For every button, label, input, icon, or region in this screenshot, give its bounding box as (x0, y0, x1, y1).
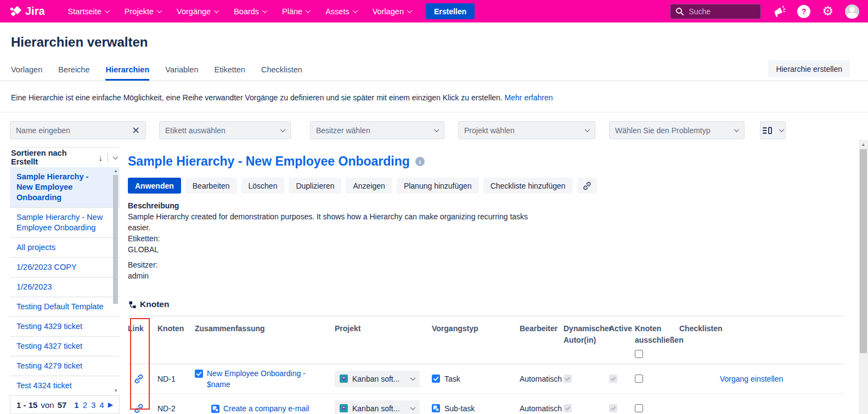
assignee-cell: Automatisch (520, 375, 563, 383)
menu-vorlagen[interactable]: Vorlagen (373, 7, 412, 16)
subtask-icon (432, 404, 440, 412)
copy-link-button[interactable] (577, 178, 597, 194)
col-checklisten: Checklisten (679, 323, 845, 358)
info-icon[interactable]: i (415, 157, 425, 166)
checkbox-checked-disabled (609, 375, 617, 383)
list-item[interactable]: Testing 4279 ticket (10, 356, 120, 376)
tabs-divider (0, 81, 868, 81)
list-item[interactable]: Testing 4327 ticket (10, 337, 120, 356)
tab-etiketten[interactable]: Etiketten (214, 65, 245, 81)
page-scrollbar[interactable]: ▲ (859, 140, 868, 414)
chevron-down-icon (779, 127, 784, 132)
exclude-checkbox[interactable] (635, 404, 643, 412)
menu-startseite[interactable]: Startseite (68, 7, 109, 16)
menu-projekte[interactable]: Projekte (125, 7, 161, 16)
list-item[interactable]: Sample Hierarchy - New Employee Onboardi… (10, 167, 120, 208)
label-filter-dropdown[interactable]: Etikett auswählen (159, 121, 291, 139)
checkbox-checked-disabled (563, 404, 572, 412)
clear-icon[interactable]: ✕ (132, 126, 140, 135)
node-link-icon[interactable] (128, 403, 157, 414)
task-icon (432, 375, 440, 383)
exclude-checkbox[interactable] (635, 375, 643, 383)
settings-gear-icon[interactable]: ⚙ (822, 5, 833, 18)
page-2[interactable]: 2 (83, 400, 87, 410)
scroll-up-icon[interactable]: ▲ (859, 140, 868, 147)
list-item[interactable]: Test 4324 ticket (10, 376, 120, 395)
chevron-down-icon (214, 8, 219, 13)
add-planning-button[interactable]: Planung hinzufügen (397, 178, 479, 194)
exclude-all-checkbox[interactable] (635, 350, 643, 358)
list-item[interactable]: Testing 4329 ticket (10, 317, 120, 337)
dynamic-author-cell (563, 404, 609, 412)
duplicate-button[interactable]: Duplizieren (289, 178, 341, 194)
tab-variablen[interactable]: Variablen (165, 65, 198, 81)
nodes-table: Link Knoten Zusammenfassung Projekt Vorg… (128, 316, 845, 414)
search-icon (675, 7, 684, 16)
project-filter-dropdown[interactable]: Projekt wählen (458, 121, 595, 139)
list-item[interactable]: 1/26/2023 (10, 277, 120, 297)
name-filter-input[interactable]: ✕ (10, 121, 146, 139)
scrollbar-thumb[interactable] (860, 149, 867, 353)
create-hierarchy-button[interactable]: Hierarchie erstellen (768, 60, 850, 77)
project-select[interactable]: Kanban soft... (335, 371, 420, 387)
exclude-cell (635, 375, 679, 383)
menu-plaene[interactable]: Pläne (282, 7, 310, 16)
tab-checklisten[interactable]: Checklisten (261, 65, 302, 81)
chevron-down-icon (734, 127, 740, 132)
scroll-down-icon[interactable]: ▼ (114, 388, 118, 393)
page-4[interactable]: 4 (99, 400, 104, 410)
page-3[interactable]: 3 (91, 400, 95, 410)
description-label: Beschreibung (128, 200, 545, 211)
set-issue-link[interactable]: Vorgang einstellen (720, 375, 783, 383)
tab-vorlagen[interactable]: Vorlagen (11, 65, 42, 81)
global-search[interactable] (670, 4, 761, 19)
learn-more-link[interactable]: Mehr erfahren (505, 93, 553, 102)
project-select[interactable]: Kanban soft... (335, 400, 420, 414)
user-avatar[interactable] (845, 4, 859, 19)
help-icon[interactable]: ? (797, 5, 810, 18)
page-1[interactable]: 1 (74, 400, 78, 410)
next-page-icon[interactable]: ▶ (108, 401, 113, 409)
issuetype-filter-dropdown[interactable]: Wählen Sie den Problemtyp (609, 121, 745, 139)
menu-assets[interactable]: Assets (325, 7, 357, 16)
issuetype-label: Task (444, 375, 460, 383)
description-block: Beschreibung Sample Hierarchy created fo… (128, 200, 545, 281)
list-item[interactable]: 1/26/2023 COPY (10, 258, 120, 277)
delete-button[interactable]: Löschen (241, 178, 285, 194)
chevron-down-icon[interactable] (113, 154, 119, 160)
chevron-down-icon (434, 127, 439, 132)
create-issue-button[interactable]: Erstellen (426, 3, 475, 19)
node-link-icon[interactable] (128, 373, 157, 384)
link-icon (582, 181, 592, 191)
sidebar-scrollbar[interactable]: ▲ ▼ (112, 168, 119, 393)
list-item[interactable]: Sample Hierarchy - New Employee Onboardi… (10, 208, 120, 238)
add-checklist-button[interactable]: Checkliste hinzufügen (483, 178, 573, 194)
top-navigation-bar: Jira Startseite Projekte Vorgänge Boards… (0, 0, 868, 22)
col-knoten: Knoten (157, 323, 195, 358)
node-summary-link[interactable]: New Employee Onboarding - $name (207, 368, 319, 390)
list-item[interactable]: Testing Default Template (10, 297, 120, 317)
search-input[interactable] (689, 7, 749, 16)
view-columns-button[interactable] (760, 121, 786, 139)
project-avatar-icon (340, 404, 348, 412)
apply-button[interactable]: Anwenden (128, 178, 181, 194)
hierarchy-list: Sample Hierarchy - New Employee Onboardi… (10, 167, 120, 395)
name-filter-field[interactable] (16, 126, 132, 135)
owner-filter-dropdown[interactable]: Besitzer wählen (310, 121, 444, 139)
jira-logo[interactable]: Jira (9, 5, 45, 18)
tab-bereiche[interactable]: Bereiche (58, 65, 89, 81)
node-summary-link[interactable]: Create a company e-mail (223, 403, 309, 414)
chevron-down-icon (306, 8, 311, 13)
menu-vorgaenge[interactable]: Vorgänge (177, 7, 218, 16)
list-item[interactable]: All projects (10, 238, 120, 258)
menu-boards[interactable]: Boards (234, 7, 267, 16)
announcements-icon[interactable] (773, 5, 786, 18)
sidebar-pagination: 1 - 15 von 57 1 2 3 4 ▶ (10, 395, 120, 414)
show-button[interactable]: Anzeigen (346, 178, 392, 194)
edit-button[interactable]: Bearbeiten (185, 178, 237, 194)
tab-hierarchien[interactable]: Hierarchien (105, 65, 149, 81)
topbar-right-controls: ? ⚙ (670, 4, 859, 19)
scrollbar-thumb[interactable] (113, 175, 118, 304)
scroll-up-icon[interactable]: ▲ (112, 168, 119, 173)
sort-direction-icon[interactable]: ↓ (99, 153, 103, 162)
